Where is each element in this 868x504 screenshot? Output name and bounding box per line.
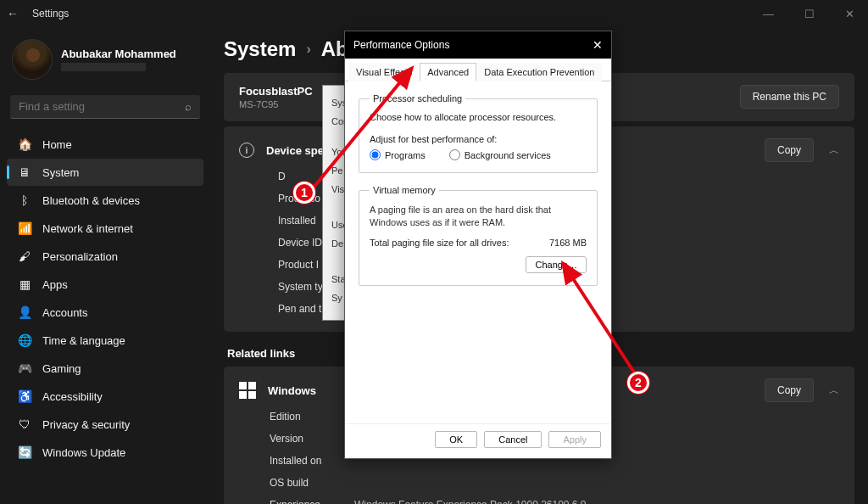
- nav-network[interactable]: 📶Network & internet: [7, 215, 203, 242]
- window-title: Settings: [32, 8, 69, 20]
- annotation-marker-1: 1: [293, 182, 315, 204]
- nav-privacy[interactable]: 🛡Privacy & security: [7, 411, 203, 438]
- nav-home[interactable]: 🏠Home: [7, 131, 203, 158]
- nav-accessibility[interactable]: ♿Accessibility: [7, 383, 203, 410]
- dialog-title: Performance Options: [353, 39, 449, 51]
- paging-size-label: Total paging file size for all drives:: [370, 238, 509, 248]
- paging-size-value: 7168 MB: [549, 238, 587, 248]
- nav-personalization[interactable]: 🖌Personalization: [7, 243, 203, 270]
- dialog-close-icon[interactable]: ✕: [593, 38, 603, 52]
- user-icon: 👤: [17, 305, 32, 320]
- tab-advanced[interactable]: Advanced: [420, 63, 476, 81]
- nav-windows-update[interactable]: 🔄Windows Update: [7, 439, 203, 466]
- virtual-memory-legend: Virtual memory: [370, 185, 439, 195]
- titlebar: ← Settings — ☐ ✕: [0, 0, 868, 27]
- chevron-up-icon[interactable]: ︿: [829, 384, 839, 398]
- info-icon: i: [239, 143, 254, 158]
- dialog-titlebar[interactable]: Performance Options ✕: [345, 31, 611, 59]
- brush-icon: 🖌: [17, 249, 32, 264]
- back-button[interactable]: ←: [7, 7, 19, 20]
- minimize-button[interactable]: —: [756, 4, 781, 24]
- apply-button[interactable]: Apply: [548, 431, 601, 448]
- system-icon: 🖥: [17, 165, 32, 180]
- chevron-up-icon[interactable]: ︿: [829, 143, 839, 158]
- search-input[interactable]: [19, 100, 185, 113]
- virtual-memory-group: Virtual memory A paging file is an area …: [359, 185, 598, 286]
- nav-time-language[interactable]: 🌐Time & language: [7, 327, 203, 354]
- profile-subtitle-redacted: [61, 63, 146, 71]
- tab-dep[interactable]: Data Execution Prevention: [476, 63, 602, 81]
- accessibility-icon: ♿: [17, 389, 32, 404]
- copy-device-specs-button[interactable]: Copy: [765, 138, 814, 162]
- nav-apps[interactable]: ▦Apps: [7, 271, 203, 298]
- dialog-buttons: OK Cancel Apply: [345, 423, 611, 458]
- copy-windows-specs-button[interactable]: Copy: [765, 378, 814, 402]
- search-box[interactable]: ⌕: [10, 95, 200, 119]
- cancel-button[interactable]: Cancel: [484, 431, 542, 448]
- nav-system[interactable]: 🖥System: [7, 159, 203, 186]
- shield-icon: 🛡: [17, 417, 32, 432]
- performance-options-dialog: Performance Options ✕ Visual Effects Adv…: [344, 31, 612, 459]
- home-icon: 🏠: [17, 137, 32, 152]
- close-button[interactable]: ✕: [838, 4, 861, 24]
- gamepad-icon: 🎮: [17, 361, 32, 376]
- nav: 🏠Home 🖥System ᛒBluetooth & devices 📶Netw…: [7, 131, 203, 466]
- processor-scheduling-legend: Processor scheduling: [370, 93, 465, 104]
- nav-bluetooth[interactable]: ᛒBluetooth & devices: [7, 187, 203, 214]
- nav-accounts[interactable]: 👤Accounts: [7, 299, 203, 326]
- change-button[interactable]: Change…: [526, 256, 587, 273]
- search-icon: ⌕: [185, 100, 192, 113]
- processor-scheduling-text: Choose how to allocate processor resourc…: [370, 112, 587, 122]
- ok-button[interactable]: OK: [435, 431, 477, 448]
- sidebar: Abubakar Mohammed ⌕ 🏠Home 🖥System ᛒBluet…: [0, 27, 210, 504]
- radio-background[interactable]: Background services: [449, 149, 551, 160]
- window-controls: — ☐ ✕: [756, 4, 861, 24]
- globe-icon: 🌐: [17, 333, 32, 348]
- windows-logo-icon: [239, 382, 256, 399]
- nav-gaming[interactable]: 🎮Gaming: [7, 355, 203, 382]
- tab-visual-effects[interactable]: Visual Effects: [348, 63, 420, 81]
- radio-programs[interactable]: Programs: [370, 149, 426, 160]
- experience-value: Windows Feature Experience Pack 1000.261…: [354, 499, 587, 504]
- wifi-icon: 📶: [17, 221, 32, 236]
- processor-scheduling-group: Processor scheduling Choose how to alloc…: [359, 93, 598, 173]
- rename-pc-button[interactable]: Rename this PC: [740, 85, 839, 109]
- maximize-button[interactable]: ☐: [798, 4, 821, 24]
- chevron-right-icon: ›: [306, 42, 310, 57]
- virtual-memory-text: A paging file is an area on the hard dis…: [370, 204, 587, 229]
- annotation-marker-2: 2: [627, 372, 649, 394]
- breadcrumb-root[interactable]: System: [224, 37, 296, 61]
- profile[interactable]: Abubakar Mohammed: [7, 34, 203, 90]
- adjust-label: Adjust for best performance of:: [370, 134, 587, 144]
- bluetooth-icon: ᛒ: [17, 193, 32, 208]
- apps-icon: ▦: [17, 277, 32, 292]
- avatar: [12, 39, 53, 80]
- update-icon: 🔄: [17, 445, 32, 460]
- dialog-tabs: Visual Effects Advanced Data Execution P…: [345, 59, 611, 81]
- profile-name: Abubakar Mohammed: [61, 48, 176, 60]
